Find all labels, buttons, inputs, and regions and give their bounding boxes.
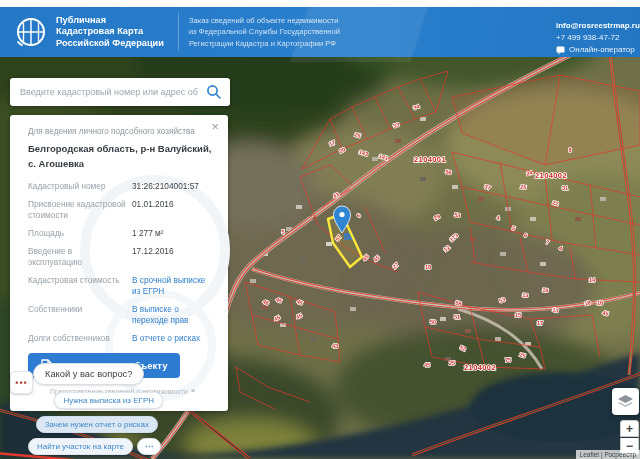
owner-debts-link[interactable]: В отчете о рисках	[132, 333, 214, 344]
header-contact: info@rosreestrmap.ru +7 499 938-47-72 Он…	[556, 20, 640, 56]
note-close-icon[interactable]: ×	[191, 388, 196, 394]
svg-text:13: 13	[522, 292, 529, 299]
search-bar	[10, 78, 230, 106]
brand-title: Публичная Кадастровая Карта Российской Ф…	[56, 15, 164, 50]
attribute-row: Собственники В выписке о переходе прав	[28, 304, 214, 326]
svg-text:15: 15	[515, 312, 521, 318]
svg-text:25: 25	[449, 360, 455, 366]
svg-text:8: 8	[568, 147, 571, 153]
svg-text:18: 18	[425, 264, 431, 270]
cadastral-number-value: 31:26:2104001:57	[132, 181, 214, 192]
attribute-row: Присвоение кадастровой стоимости 01.01.2…	[28, 199, 214, 221]
chat-pill-find-parcel[interactable]: Найти участок на карте	[28, 438, 133, 455]
svg-text:75: 75	[505, 357, 511, 363]
svg-text:53: 53	[454, 212, 461, 219]
svg-text:50: 50	[430, 319, 436, 325]
layers-icon	[617, 394, 634, 410]
svg-text:51: 51	[454, 314, 460, 320]
pkk-app: 2104001210400221040021725201431413334568…	[0, 0, 640, 459]
object-address: Белгородская область, р-н Валуйский, с. …	[28, 141, 214, 171]
contact-phone[interactable]: +7 499 938-47-72	[556, 32, 640, 44]
cadastral-cost-link[interactable]: В срочной выписке из ЕГРН	[132, 275, 214, 297]
header-decor-band	[290, 2, 429, 62]
chat-pill-risk-report[interactable]: Зачем нужен отчет о рисках	[36, 416, 158, 433]
area-value: 1 277 м²	[132, 228, 214, 239]
layers-button[interactable]	[612, 388, 639, 415]
chat-widget-avatar[interactable]: •••	[10, 371, 33, 394]
svg-text:56: 56	[445, 169, 452, 176]
svg-text:25: 25	[520, 184, 527, 191]
chat-bubble-icon	[556, 46, 565, 55]
svg-text:16: 16	[542, 287, 549, 294]
svg-text:5: 5	[281, 229, 284, 235]
svg-text:2104002: 2104002	[535, 171, 567, 180]
svg-text:16: 16	[597, 300, 603, 306]
svg-text:45: 45	[424, 362, 430, 368]
svg-text:2104002: 2104002	[464, 363, 496, 372]
brand[interactable]: Публичная Кадастровая Карта Российской Ф…	[14, 15, 164, 50]
attribute-row: Кадастровая стоимость В срочной выписке …	[28, 275, 214, 297]
svg-text:31: 31	[562, 185, 568, 191]
search-icon[interactable]	[206, 84, 222, 100]
svg-text:2104001: 2104001	[414, 155, 446, 164]
chat-question-bubble: Какой у вас вопрос?	[33, 363, 144, 385]
app-header: Публичная Кадастровая Карта Российской Ф…	[0, 7, 640, 57]
land-usage-text: Для ведения личного подсобного хозяйства	[28, 127, 214, 136]
search-input[interactable]	[10, 78, 230, 106]
attribute-row: Площадь 1 277 м²	[28, 228, 214, 239]
map-attribution[interactable]: Leaflet | Росреестр	[576, 450, 640, 459]
attribute-row: Кадастровый номер 31:26:2104001:57	[28, 181, 214, 192]
zoom-in-button[interactable]: +	[620, 420, 639, 437]
svg-text:43: 43	[332, 343, 338, 349]
chat-pill-more[interactable]: ⋯	[137, 438, 161, 455]
rosreestr-logo-icon	[14, 15, 48, 49]
contact-email-link[interactable]: info@rosreestrmap.ru	[556, 20, 640, 32]
header-divider	[178, 13, 179, 51]
close-icon[interactable]: ×	[211, 119, 219, 134]
svg-text:14: 14	[589, 277, 596, 283]
attribute-row: Введение в эксплуатацию 17.12.2016	[28, 246, 214, 268]
owners-link[interactable]: В выписке о переходе прав	[132, 304, 214, 326]
online-operator-link[interactable]: Онлайн-оператор	[556, 44, 640, 56]
object-attributes: Кадастровый номер 31:26:2104001:57 Присв…	[28, 181, 214, 344]
chat-pill-egrn-extract[interactable]: Нужна выписка из ЕГРН	[54, 392, 163, 409]
svg-text:17: 17	[537, 320, 543, 326]
attribute-row: Долги собственников В отчете о рисках	[28, 333, 214, 344]
chat-dots-icon: •••	[15, 378, 27, 388]
